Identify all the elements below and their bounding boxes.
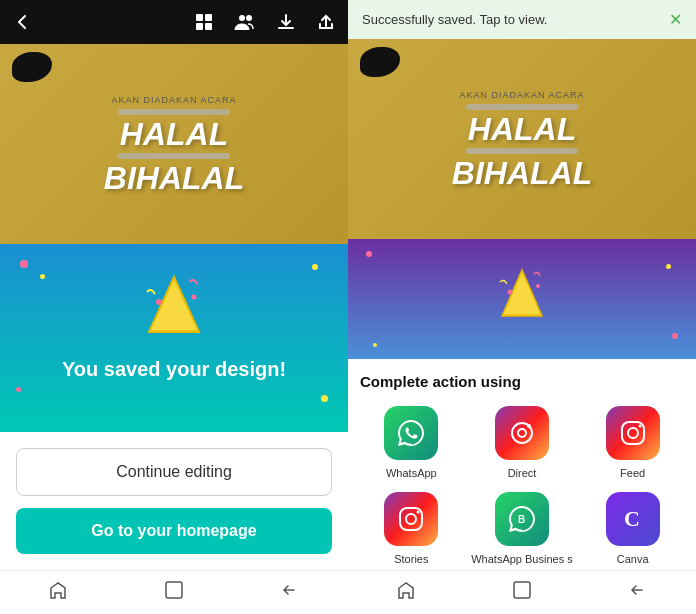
top-bar-icons [194,12,336,32]
halal-text-right: AKAN DIADAKAN ACARA HALAL BIHALAL [452,90,592,189]
whatsapp-icon [384,406,438,460]
feed-label: Feed [620,466,645,480]
right-confetti-icon [494,266,550,332]
app-feed[interactable]: Feed [581,406,684,480]
dot-yellow2 [312,264,318,270]
brush-stroke-2 [118,153,230,159]
svg-point-9 [192,294,197,299]
download-icon[interactable] [276,12,296,32]
svg-point-4 [239,15,245,21]
whatsapp-business-label: WhatsApp Busines s [471,552,573,566]
svg-rect-10 [166,582,182,598]
confetti-container [139,272,209,346]
halal-line1-right: HALAL [452,113,592,145]
svg-point-5 [246,15,252,21]
halal-text-left: AKAN DIADAKAN ACARA HALAL BIHALAL [104,95,244,194]
stories-label: Stories [394,552,428,566]
brush-stroke-1 [118,109,230,115]
dot-r4 [672,333,678,339]
svg-text:C: C [624,506,640,531]
dot-r2 [666,264,671,269]
brush-stroke-r1 [466,104,578,110]
app-direct[interactable]: Direct [471,406,574,480]
direct-icon [495,406,549,460]
top-bar [0,0,348,44]
halal-line2-left: BIHALAL [104,162,244,194]
svg-point-19 [628,428,638,438]
dot-pink2 [16,387,21,392]
svg-rect-2 [196,23,203,30]
direct-label: Direct [508,466,537,480]
dot-yellow [40,274,45,279]
app-stories[interactable]: Stories [360,492,463,566]
share-icon[interactable] [316,12,336,32]
svg-point-13 [508,290,513,295]
akan-label-left: AKAN DIADAKAN ACARA [104,95,244,105]
app-whatsapp-business[interactable]: B WhatsApp Busines s [471,492,574,566]
complete-action-title: Complete action using [360,373,684,390]
svg-point-22 [406,514,416,524]
left-bottom-nav [0,570,348,614]
svg-rect-3 [205,23,212,30]
dot-r1 [366,251,372,257]
continue-editing-button[interactable]: Continue editing [16,448,332,496]
app-canva[interactable]: C Canva [581,492,684,566]
confetti-icon [139,272,209,342]
grid-icon[interactable] [194,12,214,32]
nav-back-icon[interactable] [47,579,69,606]
canva-label: Canva [617,552,649,566]
svg-point-16 [518,429,526,437]
complete-action-section: Complete action using WhatsApp [348,359,696,570]
app-grid: WhatsApp Direct [360,406,684,567]
dot-r3 [373,343,377,347]
top-bar-left [12,12,32,32]
svg-point-20 [638,425,641,428]
akan-label-right: AKAN DIADAKAN ACARA [452,90,592,100]
svg-point-14 [536,284,540,288]
design-bg-right: AKAN DIADAKAN ACARA HALAL BIHALAL [348,39,696,239]
triangle-icon [494,266,550,322]
stories-icon [384,492,438,546]
dot-yellow3 [321,395,328,402]
success-text: Successfully saved. Tap to view. [362,12,547,27]
svg-text:B: B [518,514,525,525]
svg-point-23 [417,511,420,514]
svg-rect-0 [196,14,203,21]
svg-point-8 [156,299,162,305]
blob-decoration-right [360,47,400,77]
design-preview-right: AKAN DIADAKAN ACARA HALAL BIHALAL [348,39,696,239]
right-nav-square-icon[interactable] [511,579,533,606]
blob-decoration [12,52,52,82]
right-nav-arrow-icon[interactable] [627,579,649,606]
halal-line1-left: HALAL [104,118,244,150]
brush-stroke-r2 [466,148,578,154]
go-homepage-button[interactable]: Go to your homepage [16,508,332,554]
design-preview-left: AKAN DIADAKAN ACARA HALAL BIHALAL [0,44,348,244]
saved-title: You saved your design! [62,358,286,381]
svg-rect-26 [514,582,530,598]
right-confetti-section [348,239,696,359]
nav-arrow-icon[interactable] [279,579,301,606]
feed-icon [606,406,660,460]
svg-rect-1 [205,14,212,21]
people-icon[interactable] [234,12,256,32]
design-bg-left: AKAN DIADAKAN ACARA HALAL BIHALAL [0,44,348,244]
success-banner: Successfully saved. Tap to view. ✕ [348,0,696,39]
nav-square-icon[interactable] [163,579,185,606]
svg-marker-7 [151,280,197,330]
buttons-section: Continue editing Go to your homepage [0,432,348,570]
left-panel: AKAN DIADAKAN ACARA HALAL BIHALAL [0,0,348,614]
svg-point-17 [527,424,531,428]
dot-pink [20,260,28,268]
right-panel: Successfully saved. Tap to view. ✕ AKAN … [348,0,696,614]
whatsapp-business-icon: B [495,492,549,546]
app-whatsapp[interactable]: WhatsApp [360,406,463,480]
whatsapp-label: WhatsApp [386,466,437,480]
close-banner-button[interactable]: ✕ [669,10,682,29]
saved-section: You saved your design! [0,244,348,432]
back-icon[interactable] [12,12,32,32]
right-nav-home-icon[interactable] [395,579,417,606]
right-bottom-nav [348,570,696,614]
canva-icon: C [606,492,660,546]
halal-line2-right: BIHALAL [452,157,592,189]
